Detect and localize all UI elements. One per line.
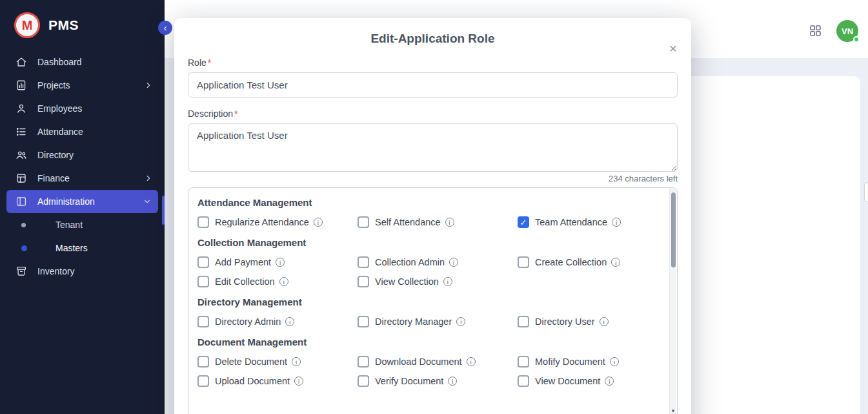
apps-grid-icon[interactable]: [809, 24, 822, 40]
checkbox[interactable]: [518, 375, 529, 387]
avatar-initials: VN: [842, 26, 853, 36]
checkbox[interactable]: [518, 356, 529, 367]
info-icon[interactable]: i: [449, 258, 458, 267]
checkbox[interactable]: [197, 256, 209, 268]
sidebar-item-dashboard[interactable]: Dashboard: [0, 50, 165, 74]
checkbox[interactable]: [197, 375, 209, 387]
permission-section: Document ManagementDelete DocumentiDownl…: [197, 336, 656, 387]
sidebar-item-inventory[interactable]: Inventory: [0, 260, 165, 283]
permission-section: Directory ManagementDirectory AdminiDire…: [197, 296, 656, 327]
info-icon[interactable]: i: [612, 218, 621, 227]
permission-section-title: Document Management: [197, 336, 656, 347]
home-icon: [15, 56, 27, 68]
info-icon[interactable]: i: [445, 218, 454, 227]
permission-label: Team Attendance: [535, 217, 607, 227]
permission-view-collection: View Collectioni: [358, 276, 518, 287]
admin-icon: [15, 196, 27, 207]
info-icon[interactable]: i: [611, 258, 620, 267]
checkbox[interactable]: [358, 375, 369, 387]
permission-label: Delete Document: [215, 357, 287, 367]
sidebar-item-masters[interactable]: Masters: [0, 236, 165, 260]
permission-label: View Collection: [375, 276, 439, 287]
sidebar-item-projects[interactable]: Projects: [0, 74, 165, 97]
permission-label: Regularize Attendance: [215, 217, 309, 227]
permission-grid: Delete DocumentiDownload DocumentiMofify…: [197, 356, 656, 387]
sidebar-collapse-button[interactable]: ‹: [158, 21, 172, 35]
sidebar-item-administration[interactable]: Administration: [6, 190, 158, 213]
sidebar-item-label: Employees: [37, 103, 82, 114]
scrollbar[interactable]: ▾: [669, 189, 676, 414]
person-icon: [15, 103, 27, 114]
info-icon[interactable]: i: [294, 377, 303, 386]
required-asterisk: *: [234, 109, 237, 119]
sidebar-nav: DashboardProjectsEmployeesAttendanceDire…: [0, 50, 165, 283]
permission-grid: Directory AdminiDirectory ManageriDirect…: [197, 316, 656, 327]
info-icon[interactable]: i: [448, 377, 457, 386]
checkbox[interactable]: [518, 316, 529, 327]
permission-upload-document: Upload Documenti: [197, 375, 358, 387]
sidebar-item-label: Inventory: [37, 266, 75, 276]
role-label-text: Role: [188, 57, 207, 68]
permission-verify-document: Verify Documenti: [358, 375, 518, 387]
info-icon[interactable]: i: [314, 218, 323, 227]
bullet-dot-icon: [21, 223, 26, 227]
permission-grid: Add PaymentiCollection AdminiCreate Coll…: [197, 256, 656, 287]
checkbox[interactable]: [358, 216, 369, 228]
description-textarea[interactable]: Application Test User: [188, 123, 678, 172]
scrollbar-thumb[interactable]: [671, 192, 676, 267]
info-icon[interactable]: i: [600, 317, 609, 326]
sidebar-item-label: Dashboard: [37, 57, 82, 67]
inventory-icon: [15, 265, 27, 277]
sidebar-item-label: Directory: [37, 150, 74, 160]
scroll-down-arrow-icon[interactable]: ▾: [670, 408, 676, 414]
sidebar-item-label: Tenant: [56, 220, 83, 230]
people-icon: [15, 149, 27, 161]
info-icon[interactable]: i: [292, 357, 301, 366]
checkbox-checked[interactable]: ✓: [518, 216, 529, 228]
checkbox[interactable]: [358, 256, 369, 268]
checkbox[interactable]: [358, 276, 369, 287]
sidebar-item-tenant[interactable]: Tenant: [0, 213, 165, 236]
sidebar-item-employees[interactable]: Employees: [0, 97, 165, 120]
info-icon[interactable]: i: [279, 277, 288, 286]
info-icon[interactable]: i: [605, 377, 614, 386]
permissions-panel: Attendance ManagementRegularize Attendan…: [188, 187, 678, 414]
app-logo: M PMS: [0, 0, 165, 50]
active-route-indicator: [162, 196, 165, 225]
permission-regularize-attendance: Regularize Attendancei: [197, 216, 358, 228]
info-icon[interactable]: i: [443, 277, 452, 286]
info-icon[interactable]: i: [456, 317, 465, 326]
sidebar-item-finance[interactable]: Finance: [0, 167, 165, 190]
role-input[interactable]: [188, 72, 678, 98]
info-icon[interactable]: i: [610, 357, 619, 366]
sidebar-item-label: Attendance: [37, 127, 83, 137]
avatar[interactable]: VN: [836, 20, 858, 42]
permission-collection-admin: Collection Admini: [358, 256, 518, 268]
pms-logo-icon: M: [14, 12, 40, 38]
permission-label: Create Collection: [535, 257, 607, 267]
close-icon[interactable]: ×: [669, 41, 677, 55]
checkbox[interactable]: [358, 316, 369, 327]
permission-delete-document: Delete Documenti: [197, 356, 358, 367]
permission-label: Upload Document: [215, 376, 290, 386]
sidebar-item-attendance[interactable]: Attendance: [0, 120, 165, 143]
role-label: Role*: [188, 57, 211, 68]
checkbox[interactable]: [197, 316, 209, 327]
search-input[interactable]: [864, 182, 868, 202]
permission-create-collection: Create Collectioni: [518, 256, 656, 268]
checkbox[interactable]: [197, 216, 209, 228]
info-icon[interactable]: i: [276, 258, 285, 267]
permission-mofify-document: Mofify Documenti: [518, 356, 656, 367]
permission-grid: Regularize AttendanceiSelf Attendancei✓T…: [197, 216, 656, 228]
checkbox[interactable]: [197, 356, 209, 367]
app-name: PMS: [48, 17, 79, 33]
info-icon[interactable]: i: [285, 317, 294, 326]
sidebar-item-directory[interactable]: Directory: [0, 143, 165, 167]
checkbox[interactable]: [518, 256, 529, 268]
info-icon[interactable]: i: [467, 357, 476, 366]
permission-download-document: Download Documenti: [358, 356, 518, 367]
chevron-down-icon: [143, 197, 152, 206]
checkbox[interactable]: [358, 356, 369, 367]
checkbox[interactable]: [197, 276, 209, 287]
permission-label: Add Payment: [215, 257, 271, 267]
